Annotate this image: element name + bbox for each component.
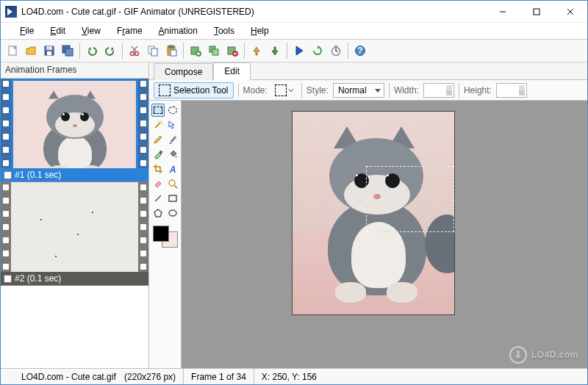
maximize-button[interactable]: [520, 1, 553, 22]
select-rect-icon: [159, 84, 171, 96]
style-dropdown[interactable]: Normal: [333, 83, 384, 98]
brush-tool[interactable]: [166, 133, 179, 146]
svg-text:?: ?: [357, 46, 362, 56]
menu-file[interactable]: File: [14, 24, 40, 37]
frames-list[interactable]: #1 (0.1 sec): [1, 79, 148, 368]
mode-label: Mode:: [243, 85, 268, 96]
frame-checkbox[interactable]: [4, 275, 12, 283]
save-icon[interactable]: [40, 42, 58, 60]
svg-line-46: [174, 185, 177, 188]
selection-marquee[interactable]: [366, 166, 454, 232]
window-title: LO4D.com - Cute cat.gif - GIF Animator (…: [21, 7, 486, 17]
close-button[interactable]: [553, 1, 587, 22]
svg-line-34: [155, 123, 160, 128]
add-frame-icon[interactable]: [187, 42, 204, 60]
save-all-icon[interactable]: [59, 42, 76, 60]
eraser-tool[interactable]: [151, 177, 165, 190]
selection-mode-dropdown[interactable]: [272, 83, 297, 98]
menu-edit[interactable]: Edit: [44, 24, 71, 37]
undo-icon[interactable]: [83, 42, 101, 60]
polygon-tool[interactable]: [151, 206, 165, 220]
select-ellipse-tool[interactable]: [166, 104, 179, 117]
zoom-tool[interactable]: [166, 177, 179, 190]
svg-rect-24: [212, 49, 218, 55]
menu-frame[interactable]: Frame: [111, 24, 148, 37]
frame-thumbnail-2[interactable]: #2 (0.1 sec): [1, 182, 148, 286]
cut-icon[interactable]: [126, 42, 143, 60]
frame-checkbox[interactable]: [4, 171, 12, 179]
open-icon[interactable]: [22, 42, 40, 60]
move-tool[interactable]: [166, 118, 179, 132]
tab-compose[interactable]: Compose: [154, 63, 213, 80]
copy-icon[interactable]: [144, 42, 162, 60]
svg-rect-18: [171, 50, 176, 56]
svg-point-45: [169, 180, 175, 186]
loop-icon[interactable]: [309, 42, 326, 60]
menu-tools[interactable]: Tools: [208, 24, 240, 37]
svg-rect-48: [169, 195, 176, 201]
text-tool[interactable]: A: [166, 162, 179, 176]
svg-rect-1: [534, 9, 539, 15]
main-toolbar: ?: [1, 39, 587, 62]
statusbar: LO4D.com - Cute cat.gif (220x276 px) Fra…: [1, 368, 587, 384]
foreground-color[interactable]: [153, 226, 169, 242]
menu-help[interactable]: Help: [245, 24, 275, 37]
editor-panel: Compose Edit Selection Tool Mode: Style:…: [149, 62, 587, 368]
svg-point-11: [135, 52, 139, 56]
selection-tool-button[interactable]: Selection Tool: [154, 82, 234, 98]
svg-rect-17: [169, 46, 173, 48]
frames-panel: Animation Frames: [1, 62, 149, 368]
redo-icon[interactable]: [101, 42, 119, 60]
magic-wand-tool[interactable]: [151, 118, 165, 132]
canvas-image[interactable]: [292, 111, 455, 315]
play-icon[interactable]: [290, 42, 308, 60]
eyedropper-tool[interactable]: [151, 148, 165, 161]
svg-point-37: [162, 123, 163, 125]
canvas[interactable]: ⬇ LO4D.com: [182, 101, 587, 368]
status-coords: X: 250, Y: 156: [254, 369, 324, 384]
svg-point-35: [159, 121, 162, 123]
paste-icon[interactable]: [162, 42, 180, 60]
svg-rect-6: [46, 46, 52, 50]
filmstrip-icon: [1, 79, 11, 181]
new-icon[interactable]: [4, 42, 21, 60]
filmstrip-icon: [138, 79, 148, 181]
menu-animation[interactable]: Animation: [153, 24, 204, 37]
width-input[interactable]: [423, 83, 454, 98]
svg-point-10: [131, 52, 135, 56]
filmstrip-icon: [1, 182, 11, 285]
move-down-icon[interactable]: [266, 42, 284, 60]
height-input[interactable]: [496, 83, 527, 98]
svg-point-49: [169, 210, 176, 216]
download-icon: ⬇: [509, 346, 527, 364]
status-file: LO4D.com - Cute cat.gif (220x276 px): [1, 369, 184, 384]
toolbox: A: [149, 101, 182, 368]
titlebar: LO4D.com - Cute cat.gif - GIF Animator (…: [1, 1, 587, 23]
tab-edit[interactable]: Edit: [213, 62, 251, 80]
mode-replace-icon: [275, 84, 287, 96]
menu-view[interactable]: View: [76, 24, 107, 37]
frame-image: [11, 79, 138, 181]
svg-line-38: [171, 137, 176, 142]
svg-text:A: A: [168, 165, 176, 174]
move-up-icon[interactable]: [248, 42, 265, 60]
delete-frame-icon[interactable]: [223, 42, 241, 60]
rect-shape-tool[interactable]: [166, 192, 179, 205]
bucket-tool[interactable]: [166, 148, 179, 161]
help-icon[interactable]: ?: [351, 42, 369, 60]
chevron-down-icon: [288, 87, 294, 93]
timing-icon[interactable]: [327, 42, 345, 60]
duplicate-frame-icon[interactable]: [205, 42, 223, 60]
color-swatch[interactable]: [153, 226, 178, 248]
frame-thumbnail-1[interactable]: #1 (0.1 sec): [1, 79, 148, 182]
select-rect-tool[interactable]: [151, 104, 165, 117]
minimize-button[interactable]: [486, 1, 520, 22]
frame-label-text: #1 (0.1 sec): [15, 170, 61, 180]
ellipse-shape-tool[interactable]: [166, 206, 179, 220]
pencil-tool[interactable]: [151, 133, 165, 146]
tool-options-bar: Selection Tool Mode: Style: Normal Width…: [149, 80, 587, 101]
line-tool[interactable]: [151, 192, 165, 205]
crop-tool[interactable]: [151, 162, 165, 176]
editor-tabs: Compose Edit: [149, 62, 587, 80]
frame-image: [11, 182, 138, 285]
